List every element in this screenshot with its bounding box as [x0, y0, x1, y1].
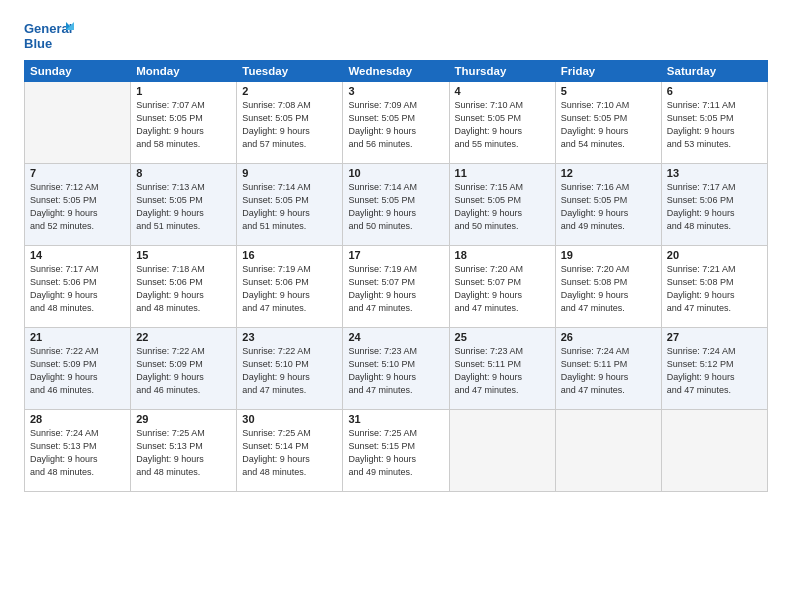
day-number: 1 [136, 85, 231, 97]
day-number: 4 [455, 85, 550, 97]
day-info: Sunrise: 7:23 AM Sunset: 5:10 PM Dayligh… [348, 345, 443, 397]
calendar-cell: 4Sunrise: 7:10 AM Sunset: 5:05 PM Daylig… [449, 82, 555, 164]
day-number: 25 [455, 331, 550, 343]
day-number: 6 [667, 85, 762, 97]
calendar-header-row: SundayMondayTuesdayWednesdayThursdayFrid… [25, 61, 768, 82]
calendar-cell: 14Sunrise: 7:17 AM Sunset: 5:06 PM Dayli… [25, 246, 131, 328]
calendar-cell [449, 410, 555, 492]
day-number: 30 [242, 413, 337, 425]
calendar-cell: 18Sunrise: 7:20 AM Sunset: 5:07 PM Dayli… [449, 246, 555, 328]
day-number: 7 [30, 167, 125, 179]
calendar-week-4: 21Sunrise: 7:22 AM Sunset: 5:09 PM Dayli… [25, 328, 768, 410]
day-number: 11 [455, 167, 550, 179]
day-info: Sunrise: 7:25 AM Sunset: 5:13 PM Dayligh… [136, 427, 231, 479]
calendar-cell: 29Sunrise: 7:25 AM Sunset: 5:13 PM Dayli… [131, 410, 237, 492]
day-number: 23 [242, 331, 337, 343]
calendar-cell: 24Sunrise: 7:23 AM Sunset: 5:10 PM Dayli… [343, 328, 449, 410]
day-info: Sunrise: 7:20 AM Sunset: 5:07 PM Dayligh… [455, 263, 550, 315]
day-info: Sunrise: 7:25 AM Sunset: 5:14 PM Dayligh… [242, 427, 337, 479]
day-number: 18 [455, 249, 550, 261]
calendar-table: SundayMondayTuesdayWednesdayThursdayFrid… [24, 60, 768, 492]
day-info: Sunrise: 7:24 AM Sunset: 5:11 PM Dayligh… [561, 345, 656, 397]
day-info: Sunrise: 7:23 AM Sunset: 5:11 PM Dayligh… [455, 345, 550, 397]
calendar-cell: 8Sunrise: 7:13 AM Sunset: 5:05 PM Daylig… [131, 164, 237, 246]
day-info: Sunrise: 7:15 AM Sunset: 5:05 PM Dayligh… [455, 181, 550, 233]
day-number: 16 [242, 249, 337, 261]
calendar-cell: 2Sunrise: 7:08 AM Sunset: 5:05 PM Daylig… [237, 82, 343, 164]
calendar-cell: 3Sunrise: 7:09 AM Sunset: 5:05 PM Daylig… [343, 82, 449, 164]
day-info: Sunrise: 7:25 AM Sunset: 5:15 PM Dayligh… [348, 427, 443, 479]
calendar-week-2: 7Sunrise: 7:12 AM Sunset: 5:05 PM Daylig… [25, 164, 768, 246]
calendar-cell: 13Sunrise: 7:17 AM Sunset: 5:06 PM Dayli… [661, 164, 767, 246]
col-header-thursday: Thursday [449, 61, 555, 82]
calendar-week-5: 28Sunrise: 7:24 AM Sunset: 5:13 PM Dayli… [25, 410, 768, 492]
col-header-saturday: Saturday [661, 61, 767, 82]
day-number: 24 [348, 331, 443, 343]
day-number: 13 [667, 167, 762, 179]
day-number: 29 [136, 413, 231, 425]
day-number: 27 [667, 331, 762, 343]
day-number: 28 [30, 413, 125, 425]
col-header-wednesday: Wednesday [343, 61, 449, 82]
day-info: Sunrise: 7:21 AM Sunset: 5:08 PM Dayligh… [667, 263, 762, 315]
col-header-tuesday: Tuesday [237, 61, 343, 82]
calendar-cell [555, 410, 661, 492]
day-info: Sunrise: 7:10 AM Sunset: 5:05 PM Dayligh… [561, 99, 656, 151]
day-info: Sunrise: 7:19 AM Sunset: 5:06 PM Dayligh… [242, 263, 337, 315]
calendar-cell: 7Sunrise: 7:12 AM Sunset: 5:05 PM Daylig… [25, 164, 131, 246]
day-number: 5 [561, 85, 656, 97]
day-info: Sunrise: 7:17 AM Sunset: 5:06 PM Dayligh… [667, 181, 762, 233]
calendar-cell: 31Sunrise: 7:25 AM Sunset: 5:15 PM Dayli… [343, 410, 449, 492]
day-info: Sunrise: 7:07 AM Sunset: 5:05 PM Dayligh… [136, 99, 231, 151]
calendar-cell: 9Sunrise: 7:14 AM Sunset: 5:05 PM Daylig… [237, 164, 343, 246]
day-info: Sunrise: 7:17 AM Sunset: 5:06 PM Dayligh… [30, 263, 125, 315]
day-info: Sunrise: 7:12 AM Sunset: 5:05 PM Dayligh… [30, 181, 125, 233]
day-info: Sunrise: 7:22 AM Sunset: 5:10 PM Dayligh… [242, 345, 337, 397]
calendar-cell: 28Sunrise: 7:24 AM Sunset: 5:13 PM Dayli… [25, 410, 131, 492]
calendar-cell: 23Sunrise: 7:22 AM Sunset: 5:10 PM Dayli… [237, 328, 343, 410]
col-header-monday: Monday [131, 61, 237, 82]
day-number: 14 [30, 249, 125, 261]
day-number: 22 [136, 331, 231, 343]
calendar-cell: 11Sunrise: 7:15 AM Sunset: 5:05 PM Dayli… [449, 164, 555, 246]
day-info: Sunrise: 7:10 AM Sunset: 5:05 PM Dayligh… [455, 99, 550, 151]
day-number: 8 [136, 167, 231, 179]
day-info: Sunrise: 7:11 AM Sunset: 5:05 PM Dayligh… [667, 99, 762, 151]
calendar-cell: 19Sunrise: 7:20 AM Sunset: 5:08 PM Dayli… [555, 246, 661, 328]
calendar-cell: 6Sunrise: 7:11 AM Sunset: 5:05 PM Daylig… [661, 82, 767, 164]
day-info: Sunrise: 7:20 AM Sunset: 5:08 PM Dayligh… [561, 263, 656, 315]
day-number: 3 [348, 85, 443, 97]
calendar-cell: 1Sunrise: 7:07 AM Sunset: 5:05 PM Daylig… [131, 82, 237, 164]
calendar-cell: 22Sunrise: 7:22 AM Sunset: 5:09 PM Dayli… [131, 328, 237, 410]
day-number: 31 [348, 413, 443, 425]
calendar-cell [25, 82, 131, 164]
calendar-cell [661, 410, 767, 492]
calendar-cell: 12Sunrise: 7:16 AM Sunset: 5:05 PM Dayli… [555, 164, 661, 246]
day-info: Sunrise: 7:09 AM Sunset: 5:05 PM Dayligh… [348, 99, 443, 151]
calendar-cell: 15Sunrise: 7:18 AM Sunset: 5:06 PM Dayli… [131, 246, 237, 328]
day-number: 15 [136, 249, 231, 261]
day-number: 21 [30, 331, 125, 343]
day-number: 20 [667, 249, 762, 261]
day-info: Sunrise: 7:14 AM Sunset: 5:05 PM Dayligh… [242, 181, 337, 233]
calendar-cell: 30Sunrise: 7:25 AM Sunset: 5:14 PM Dayli… [237, 410, 343, 492]
calendar-cell: 5Sunrise: 7:10 AM Sunset: 5:05 PM Daylig… [555, 82, 661, 164]
day-info: Sunrise: 7:22 AM Sunset: 5:09 PM Dayligh… [136, 345, 231, 397]
col-header-sunday: Sunday [25, 61, 131, 82]
day-info: Sunrise: 7:16 AM Sunset: 5:05 PM Dayligh… [561, 181, 656, 233]
day-info: Sunrise: 7:18 AM Sunset: 5:06 PM Dayligh… [136, 263, 231, 315]
day-info: Sunrise: 7:24 AM Sunset: 5:12 PM Dayligh… [667, 345, 762, 397]
day-number: 26 [561, 331, 656, 343]
calendar-cell: 10Sunrise: 7:14 AM Sunset: 5:05 PM Dayli… [343, 164, 449, 246]
svg-text:Blue: Blue [24, 36, 52, 51]
day-info: Sunrise: 7:19 AM Sunset: 5:07 PM Dayligh… [348, 263, 443, 315]
day-info: Sunrise: 7:13 AM Sunset: 5:05 PM Dayligh… [136, 181, 231, 233]
calendar-cell: 26Sunrise: 7:24 AM Sunset: 5:11 PM Dayli… [555, 328, 661, 410]
calendar-cell: 20Sunrise: 7:21 AM Sunset: 5:08 PM Dayli… [661, 246, 767, 328]
calendar-cell: 25Sunrise: 7:23 AM Sunset: 5:11 PM Dayli… [449, 328, 555, 410]
day-info: Sunrise: 7:14 AM Sunset: 5:05 PM Dayligh… [348, 181, 443, 233]
calendar-week-1: 1Sunrise: 7:07 AM Sunset: 5:05 PM Daylig… [25, 82, 768, 164]
calendar-cell: 17Sunrise: 7:19 AM Sunset: 5:07 PM Dayli… [343, 246, 449, 328]
calendar-cell: 16Sunrise: 7:19 AM Sunset: 5:06 PM Dayli… [237, 246, 343, 328]
header: GeneralBlue [24, 18, 768, 54]
